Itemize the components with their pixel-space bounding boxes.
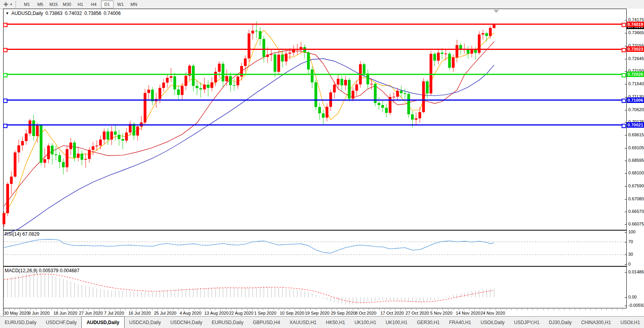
candle-body — [322, 114, 325, 118]
price-tick-label: 0.70620 — [628, 107, 644, 112]
date-tick-mark — [115, 309, 115, 310]
rsi-indicator-panel[interactable] — [3, 231, 626, 266]
chart-tab-ger30-h1[interactable]: GER30,H1 — [412, 317, 444, 328]
chart-tab-audusd-daily[interactable]: AUDUSD,Daily — [81, 316, 124, 328]
rsi-line — [4, 239, 494, 253]
date-tick-mark — [231, 309, 231, 310]
date-tick-mark — [173, 309, 173, 310]
price-tick-label: 0.68100 — [628, 170, 644, 175]
ohlc-high: 0.74032 — [65, 11, 82, 16]
line-handle-left[interactable] — [3, 23, 7, 27]
timeframe-button-m30[interactable]: M30 — [61, 0, 73, 8]
date-tick-mark — [554, 309, 554, 310]
axis-tick-mark — [625, 161, 626, 161]
main-price-chart[interactable] — [3, 9, 626, 230]
chart-tab-usdjpy-h1[interactable]: USDJPY,H1 — [509, 317, 544, 328]
axis-tick-mark — [625, 59, 626, 59]
chart-tab-fra40-h1[interactable]: FRA40,H1 — [444, 317, 476, 328]
chart-tab-xauusd-h1[interactable]: XAUUSD,H1 — [285, 317, 321, 328]
crosshair-icon[interactable] — [2, 1, 10, 8]
date-tick-mark — [374, 309, 374, 310]
date-tick-mark — [105, 309, 105, 310]
line-handle-right[interactable] — [622, 73, 626, 77]
date-tick-mark — [416, 309, 416, 310]
line-handle-left[interactable] — [3, 99, 7, 103]
chart-tab-usoil-daily[interactable]: USOil,Daily — [476, 317, 509, 328]
chart-tab-uk100-h1[interactable]: UK100,H1 — [350, 317, 381, 328]
line-handle-left[interactable] — [3, 73, 7, 77]
date-tick-mark — [347, 309, 348, 310]
date-tick-mark — [252, 309, 253, 310]
candle-body — [177, 90, 180, 95]
candle-body — [262, 39, 265, 57]
timeframe-button-h1[interactable]: H1 — [74, 0, 87, 8]
toolbar-grip[interactable] — [15, 1, 18, 7]
chart-tab-usdcnh-daily[interactable]: USDCNH,Daily — [165, 317, 207, 328]
timeframe-button-w1[interactable]: W1 — [114, 0, 127, 8]
date-tick-mark — [189, 309, 189, 310]
candle-body — [344, 80, 347, 85]
chevron-down-icon[interactable]: ▾ — [10, 2, 12, 6]
candle-body — [29, 121, 31, 134]
candle-body — [103, 132, 106, 140]
price-tick-label: 0.69615 — [628, 132, 644, 137]
date-tick-mark — [580, 309, 580, 310]
chart-shift-marker-icon[interactable] — [494, 10, 499, 13]
line-handle-left[interactable] — [3, 124, 7, 128]
line-handle-right[interactable] — [622, 124, 626, 128]
chart-tab-uk100-h1[interactable]: UK100,H1 — [381, 317, 412, 328]
date-tick-mark — [411, 309, 411, 310]
date-tick-mark — [559, 309, 559, 310]
chart-tab-dj30-daily[interactable]: DJ30,Daily — [544, 317, 576, 328]
macd-indicator-panel[interactable] — [3, 267, 626, 308]
date-axis[interactable]: 30 May 20209 Jun 202018 Jun 202027 Jun 2… — [3, 308, 626, 316]
candle-body — [404, 93, 406, 94]
chart-tab-usoil-h1[interactable]: USOil,H1 — [616, 317, 644, 328]
line-handle-right[interactable] — [622, 48, 626, 52]
date-tick-mark — [485, 309, 485, 310]
date-tick-mark — [226, 309, 226, 310]
candle-body — [333, 84, 336, 92]
timeframe-button-mn[interactable]: MN — [128, 0, 140, 8]
timeframe-button-d1[interactable]: D1 — [101, 0, 114, 8]
date-tick-mark — [168, 309, 168, 310]
date-axis-label: 4 Aug 2020 — [180, 311, 202, 315]
line-handle-right[interactable] — [622, 99, 626, 103]
date-tick-mark — [36, 309, 36, 310]
candle-body — [70, 143, 72, 149]
timeframe-button-m5[interactable]: M5 — [34, 0, 47, 8]
date-tick-mark — [279, 309, 279, 310]
ohlc-low: 0.73856 — [84, 11, 101, 16]
date-tick-mark — [538, 309, 538, 310]
axis-tick-mark — [625, 224, 626, 225]
chart-tab-eurusd-daily[interactable]: EURUSD,Daily — [0, 317, 41, 328]
date-tick-mark — [147, 309, 147, 310]
timeframe-button-m15[interactable]: M15 — [48, 0, 60, 8]
chart-tab-usdchf-daily[interactable]: USDCHF,Daily — [41, 317, 82, 328]
chart-tab-usdcad-daily[interactable]: USDCAD,Daily — [125, 317, 166, 328]
axis-tick-mark — [625, 148, 626, 148]
candle-body — [25, 134, 28, 141]
candle-body — [393, 97, 395, 97]
candle-body — [478, 35, 481, 53]
date-tick-mark — [300, 309, 300, 310]
chart-tab-hk50-h1[interactable]: HK50,H1 — [321, 317, 350, 328]
date-tick-mark — [437, 309, 438, 310]
timeframe-button-h4[interactable]: H4 — [88, 0, 100, 8]
price-tick-label: 0.68595 — [628, 158, 644, 163]
timeframe-button-m1[interactable]: M1 — [21, 0, 33, 8]
candle-body — [307, 52, 310, 70]
line-handle-right[interactable] — [622, 23, 626, 27]
date-tick-mark — [379, 309, 380, 310]
candle-body — [448, 54, 451, 68]
chart-tab-china300-h1[interactable]: CHINA300,H1 — [576, 317, 616, 328]
candle-body — [433, 54, 436, 60]
price-axis-column[interactable]: 0.741750.736650.731550.726450.721500.716… — [627, 9, 644, 308]
date-tick-mark — [342, 309, 343, 310]
chart-tab-gbpusd-h4[interactable]: GBPUSD,H4 — [248, 317, 284, 328]
line-handle-left[interactable] — [3, 48, 7, 52]
candle-body — [441, 53, 444, 54]
chart-tab-eurusd-daily[interactable]: EURUSD,Daily — [207, 317, 248, 328]
candle-body — [422, 81, 425, 112]
collapse-caret-icon[interactable]: ▼ — [6, 11, 9, 15]
